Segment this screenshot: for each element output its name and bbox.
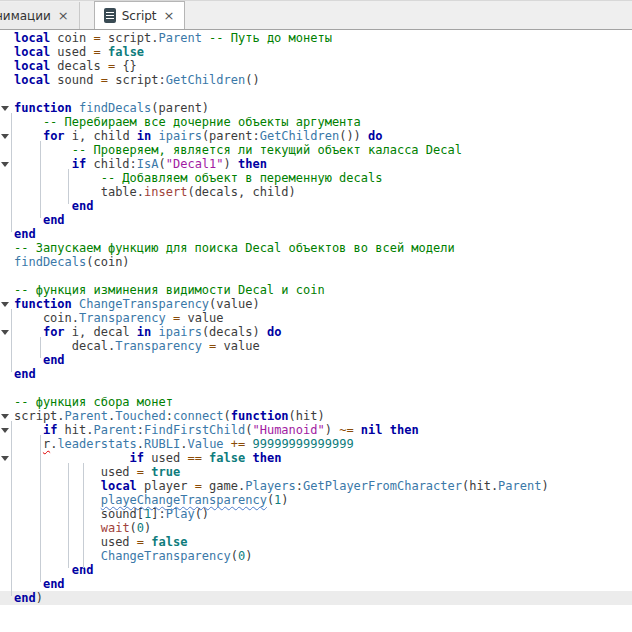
code-token: function [14,297,72,311]
code-token: false [209,451,245,465]
fold-arrow-icon[interactable] [1,428,9,433]
code-line[interactable]: end [0,199,632,213]
code-line[interactable]: for i, child in ipairs(parent:GetChildre… [0,129,632,143]
code-token: 0 [137,521,144,535]
indent-guide [11,421,12,596]
code-token: in [137,129,151,143]
code-token [14,325,43,339]
code-line[interactable]: -- функция сбора монет [0,395,632,409]
code-token [202,339,209,353]
code-line[interactable]: decal.Transparency = value [0,339,632,353]
code-line[interactable]: if hit.Parent:FindFirstChild("Humanoid")… [0,423,632,437]
code-token: used [50,45,93,59]
code-token: leaderstats [57,437,136,451]
fold-arrow-icon[interactable] [1,106,9,111]
code-token [14,521,101,535]
code-token: end [43,353,65,367]
tab-label: Script [122,9,157,23]
code-line[interactable]: local coin = script.Parent -- Путь до мо… [0,31,632,45]
close-icon[interactable]: × [57,9,70,22]
code-line[interactable]: function findDecals(parent) [0,101,632,115]
code-line[interactable]: -- Запускаем функцию для поиска Decal об… [0,241,632,255]
code-line[interactable]: coin.Transparency = value [0,311,632,325]
close-icon[interactable]: × [163,9,176,22]
code-line[interactable]: local decals = {} [0,59,632,73]
code-line[interactable]: playeChangeTransparency(1) [0,493,632,507]
code-line[interactable]: ChangeTransparency(0) [0,549,632,563]
code-line[interactable]: -- Добавляем объект в переменную decals [0,171,632,185]
fold-arrow-icon[interactable] [1,414,9,419]
code-token: Parent [498,479,541,493]
code-token [383,423,390,437]
code-token: playeChangeTransparency [101,493,267,507]
code-line[interactable]: function ChangeTransparency(value) [0,297,632,311]
code-token: if [43,423,57,437]
code-token: ChangeTransparency [101,549,231,563]
code-line[interactable]: end [0,563,632,577]
code-token: Value [187,437,223,451]
code-token [14,423,43,437]
code-line[interactable]: -- Перебираем все дочерние объекты аргум… [0,115,632,129]
code-token: -- функция изминения видимости Decal и c… [14,283,325,297]
code-token: local [14,59,50,73]
code-token: function [231,409,289,423]
code-token: = [101,73,108,87]
code-line[interactable]: if used == false then [0,451,632,465]
code-token: child: [86,157,137,171]
code-line[interactable]: sound[1]:Play() [0,507,632,521]
code-line[interactable]: -- функция изминения видимости Decal и c… [0,283,632,297]
code-token: RUBLI [144,437,180,451]
code-line[interactable]: used = true [0,465,632,479]
code-token: ( [130,521,137,535]
code-token: false [108,45,144,59]
code-token: {} [115,59,137,73]
code-line[interactable]: end [0,213,632,227]
code-line[interactable] [0,269,632,283]
code-line[interactable]: script.Parent.Touched:connect(function(h… [0,409,632,423]
fold-arrow-icon[interactable] [1,162,9,167]
indent-guide [40,141,41,218]
code-line[interactable]: end [0,353,632,367]
code-line[interactable]: end [0,367,632,381]
code-token [14,563,72,577]
code-token: game. [202,479,245,493]
code-token [14,549,101,563]
code-token: sound [50,73,101,87]
code-token: i, decal [65,325,137,339]
code-line[interactable]: findDecals(coin) [0,255,632,269]
code-token [14,199,72,213]
code-token: ( [224,409,231,423]
code-line[interactable]: table.insert(decals, child) [0,185,632,199]
code-token: ipairs [159,129,202,143]
code-token: -- Добавляем объект в переменную decals [14,171,382,185]
fold-arrow-icon[interactable] [1,302,9,307]
code-token: script: [108,73,166,87]
code-line[interactable]: wait(0) [0,521,632,535]
code-token: Touched [115,409,166,423]
code-line[interactable]: local sound = script:GetChildren() [0,73,632,87]
code-line[interactable]: if child:IsA("Decal1") then [0,157,632,171]
indent-guide [11,113,12,232]
code-token: Parent [159,31,202,45]
fold-arrow-icon[interactable] [1,456,9,461]
tab-script[interactable]: Script × [94,1,186,29]
code-line[interactable]: end) [0,591,632,605]
fold-arrow-icon[interactable] [1,134,9,139]
code-line[interactable]: local player = game.Players:GetPlayerFro… [0,479,632,493]
code-line[interactable] [0,381,632,395]
code-line[interactable]: for i, decal in ipairs(decals) do [0,325,632,339]
code-line[interactable]: local used = false [0,45,632,59]
code-line[interactable]: end [0,577,632,591]
code-line[interactable] [0,87,632,101]
code-token: ChangeTransparency [79,297,209,311]
code-line[interactable]: -- Проверяем, является ли текущий объект… [0,143,632,157]
fold-arrow-icon[interactable] [1,330,9,335]
code-line[interactable]: end [0,227,632,241]
code-token: coin [50,31,93,45]
code-line[interactable]: r.leaderstats.RUBLI.Value += 99999999999… [0,437,632,451]
code-editor[interactable]: local coin = script.Parent -- Путь до мо… [0,31,632,632]
tab-animations[interactable]: нимации × [0,2,80,29]
code-line[interactable]: used = false [0,535,632,549]
code-token: GetChildren [166,73,245,87]
code-token: Transparency [79,311,166,325]
